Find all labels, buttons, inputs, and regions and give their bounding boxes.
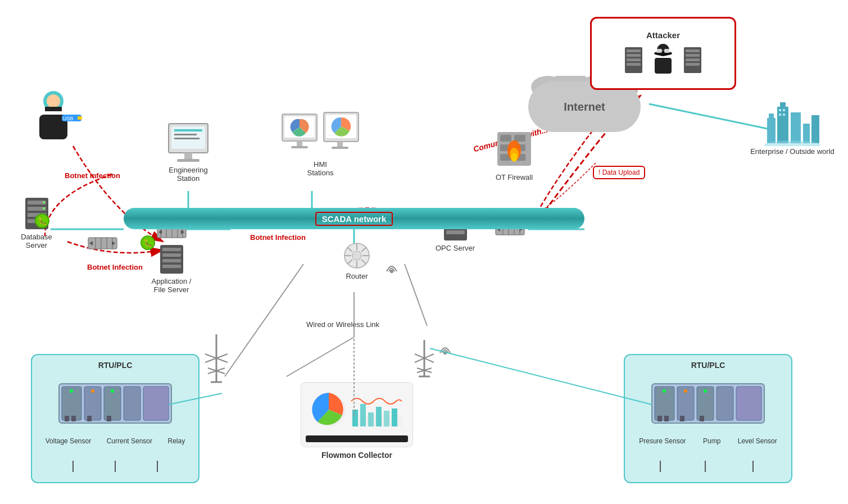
hmi-stations-node: HMI Stations xyxy=(275,110,365,177)
opc-server-label: OPC Server xyxy=(427,244,483,252)
internet-label: Internet xyxy=(564,101,605,113)
svg-line-14 xyxy=(225,264,303,376)
svg-rect-60 xyxy=(769,113,774,120)
svg-point-73 xyxy=(47,94,60,108)
svg-line-16 xyxy=(287,337,354,376)
svg-rect-61 xyxy=(777,107,788,143)
diagram: SCADA network Attacker Internet xyxy=(0,0,848,504)
svg-rect-80 xyxy=(184,153,192,160)
attacker-box: Attacker xyxy=(590,17,736,90)
ot-firewall-node: OT Firewall xyxy=(495,129,534,181)
router-label: Router xyxy=(323,272,391,280)
engineering-station-label: Engineering Station xyxy=(155,166,222,183)
svg-rect-68 xyxy=(783,109,785,111)
app-server-bug-icon: 🐛 xyxy=(140,235,155,250)
svg-rect-69 xyxy=(779,113,781,116)
svg-rect-50 xyxy=(500,135,511,142)
enterprise-label: Enterprise / Outside world xyxy=(747,147,837,156)
database-server-label: Database Server xyxy=(11,233,62,249)
svg-line-17 xyxy=(405,264,427,326)
svg-rect-43 xyxy=(686,58,700,61)
svg-rect-59 xyxy=(767,118,776,143)
svg-rect-44 xyxy=(686,63,700,66)
svg-point-58 xyxy=(511,153,517,162)
svg-rect-113 xyxy=(162,259,181,262)
svg-rect-41 xyxy=(686,49,700,52)
svg-text:USB: USB xyxy=(63,116,74,121)
svg-line-18 xyxy=(169,393,222,405)
switch-left-node xyxy=(87,233,118,255)
ot-firewall-label: OT Firewall xyxy=(495,173,534,181)
attacker-icon xyxy=(624,43,702,77)
svg-rect-93 xyxy=(332,147,348,149)
svg-rect-31 xyxy=(627,54,641,57)
svg-rect-70 xyxy=(783,113,785,116)
svg-rect-137 xyxy=(446,230,465,234)
app-server-label: Application / File Server xyxy=(140,277,202,294)
svg-rect-74 xyxy=(45,107,62,111)
svg-rect-42 xyxy=(686,54,700,57)
svg-rect-32 xyxy=(627,58,641,61)
engineering-station-node: Engineering Station xyxy=(155,121,222,183)
svg-rect-112 xyxy=(162,253,181,257)
svg-point-101 xyxy=(43,207,45,210)
svg-rect-63 xyxy=(791,112,801,143)
app-server-node: 🐛 Application / File Server xyxy=(140,222,202,294)
database-bug-icon: 🐛 xyxy=(35,214,49,228)
svg-rect-87 xyxy=(297,141,302,147)
svg-rect-114 xyxy=(162,265,181,268)
scada-bus: SCADA network xyxy=(124,208,584,229)
svg-rect-64 xyxy=(803,124,810,143)
svg-rect-76 xyxy=(78,116,82,120)
svg-rect-33 xyxy=(627,63,641,66)
svg-rect-38 xyxy=(664,49,670,53)
router-node: Router xyxy=(323,242,391,280)
database-server-node: 🐛 Database Server xyxy=(11,197,62,249)
svg-rect-37 xyxy=(656,49,662,53)
svg-rect-83 xyxy=(174,134,197,135)
operator-node: USB xyxy=(34,90,73,143)
attacker-title: Attacker xyxy=(646,30,680,40)
enterprise-node: Enterprise / Outside world xyxy=(747,96,837,156)
svg-rect-65 xyxy=(811,115,819,143)
svg-rect-92 xyxy=(337,142,343,147)
svg-point-123 xyxy=(352,251,361,260)
hmi-stations-label: HMI Stations xyxy=(275,160,365,177)
svg-rect-82 xyxy=(174,129,202,131)
svg-rect-111 xyxy=(162,248,181,251)
svg-rect-36 xyxy=(655,58,672,74)
svg-line-19 xyxy=(430,348,652,405)
svg-rect-88 xyxy=(291,146,308,148)
svg-rect-67 xyxy=(779,109,781,111)
svg-rect-81 xyxy=(177,159,199,162)
svg-rect-84 xyxy=(174,138,199,139)
svg-rect-62 xyxy=(780,102,786,109)
svg-rect-30 xyxy=(627,49,641,52)
svg-point-100 xyxy=(43,201,45,203)
svg-rect-51 xyxy=(514,135,525,142)
scada-bus-label: SCADA network xyxy=(315,212,393,226)
